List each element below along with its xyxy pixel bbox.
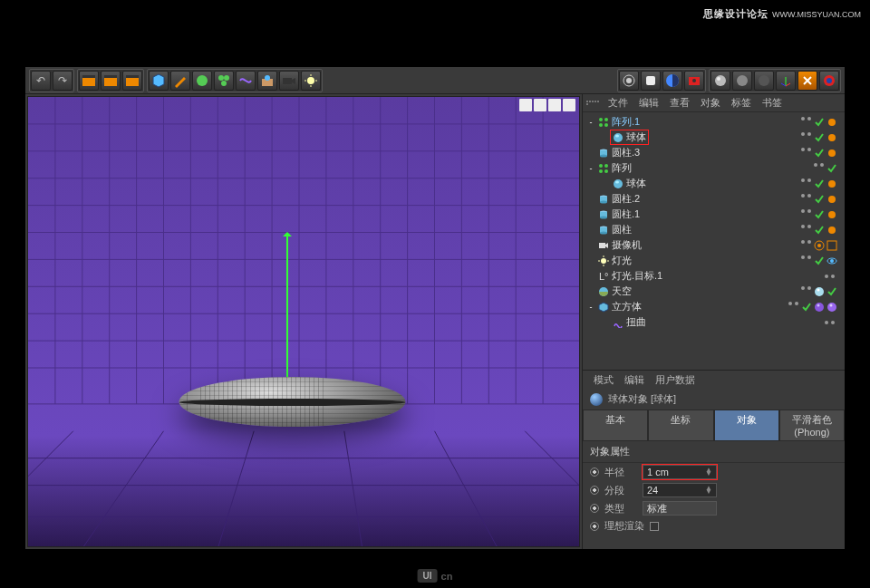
segments-field[interactable]: 24▲▼ [643, 483, 717, 497]
expand-toggle[interactable]: - [586, 303, 595, 312]
visibility-dots[interactable] [814, 163, 845, 174]
object-tree[interactable]: -阵列.1球体圆柱.3-阵列球体圆柱.2圆柱.1圆柱摄像机灯光L°灯光.目标.1… [583, 112, 845, 370]
material-1-button[interactable] [710, 71, 730, 91]
radio-icon[interactable] [590, 468, 599, 477]
tree-item-name[interactable]: 天空 [595, 284, 634, 298]
radio-icon[interactable] [590, 522, 599, 531]
tree-item-name[interactable]: 立方体 [595, 300, 644, 313]
render-picture-button[interactable] [684, 71, 704, 91]
vp-rotate-icon[interactable] [548, 99, 561, 111]
visibility-dots[interactable] [801, 225, 845, 236]
tree-item-name[interactable]: 圆柱 [595, 223, 634, 236]
attr-tab[interactable]: 对象 [714, 410, 779, 441]
attr-tab[interactable]: 基本 [583, 410, 648, 441]
svg-point-108 [815, 303, 824, 312]
visibility-dots[interactable] [801, 286, 845, 297]
radius-field[interactable]: 1 cm▲▼ [643, 465, 717, 479]
visibility-dots[interactable] [825, 321, 845, 324]
deformer-button[interactable] [236, 71, 256, 91]
vp-pan-icon[interactable] [519, 99, 532, 111]
tree-row[interactable]: 圆柱.1 [583, 207, 845, 222]
light-button[interactable] [301, 71, 321, 91]
tree-row[interactable]: -阵列 [583, 160, 845, 176]
render-active-button[interactable] [662, 71, 682, 91]
tree-row[interactable]: 扭曲 [583, 314, 845, 330]
material-3-button[interactable] [754, 71, 774, 91]
spinner-icon[interactable]: ▲▼ [705, 468, 712, 476]
tree-row[interactable]: 圆柱.2 [583, 191, 845, 207]
tree-item-name[interactable]: L°灯光.目标.1 [595, 269, 665, 283]
visibility-dots[interactable] [801, 148, 845, 159]
expand-toggle[interactable]: - [586, 164, 595, 173]
tree-item-name[interactable]: 阵列.1 [595, 115, 643, 129]
vp-layout-icon[interactable] [563, 99, 575, 111]
tree-row[interactable]: L°灯光.目标.1 [583, 268, 845, 284]
grip-icon[interactable] [586, 101, 599, 105]
type-select[interactable]: 标准 [643, 501, 717, 516]
vp-zoom-icon[interactable] [534, 99, 546, 111]
visibility-dots[interactable] [801, 178, 845, 189]
ufo-model[interactable] [179, 361, 406, 438]
visibility-dots[interactable] [801, 132, 845, 143]
tree-item-name[interactable]: 圆柱.1 [595, 207, 643, 221]
environment-button[interactable] [257, 71, 277, 91]
tree-item-name[interactable]: 圆柱.2 [595, 192, 643, 206]
spinner-icon[interactable]: ▲▼ [705, 487, 712, 494]
primitive-cube-button[interactable] [149, 71, 169, 91]
clapper-button-1[interactable] [79, 71, 99, 91]
om-menu-bookmarks[interactable]: 书签 [759, 94, 786, 111]
visibility-dots[interactable] [801, 209, 845, 220]
render-view-button[interactable] [619, 71, 639, 91]
radio-icon[interactable] [590, 504, 599, 513]
tree-row[interactable]: 圆柱 [583, 222, 845, 237]
render-region-button[interactable] [641, 71, 661, 91]
nurbs-button[interactable] [192, 71, 212, 91]
visibility-dots[interactable] [825, 275, 845, 278]
attr-menu-userdata[interactable]: 用户数据 [652, 371, 699, 389]
visibility-dots[interactable] [801, 255, 845, 266]
visibility-dots[interactable] [788, 302, 845, 313]
visibility-dots[interactable] [801, 240, 845, 251]
radio-icon[interactable] [590, 486, 599, 495]
tree-item-name[interactable]: 灯光 [595, 254, 634, 267]
visibility-dots[interactable] [801, 117, 845, 128]
tree-item-name[interactable]: 球体 [610, 177, 649, 190]
tree-item-name[interactable]: 圆柱.3 [595, 146, 643, 159]
tree-row[interactable]: 天空 [583, 284, 845, 299]
material-2-button[interactable] [732, 71, 752, 91]
om-menu-view[interactable]: 查看 [666, 94, 693, 111]
tree-row[interactable]: 摄像机 [583, 237, 845, 253]
array-button[interactable] [214, 71, 234, 91]
tree-item-name[interactable]: 摄像机 [595, 238, 644, 252]
ideal-checkbox[interactable] [650, 522, 659, 531]
snap-button[interactable] [798, 71, 817, 91]
camera-button[interactable] [279, 71, 299, 91]
attr-tab[interactable]: 平滑着色(Phong) [779, 410, 845, 441]
viewport[interactable] [27, 96, 580, 547]
clapper-button-2[interactable] [101, 71, 121, 91]
visibility-dots[interactable] [801, 194, 845, 205]
attr-menu-mode[interactable]: 模式 [590, 371, 617, 389]
tree-row[interactable]: 球体 [583, 130, 845, 145]
clapper-button-3[interactable] [122, 71, 142, 91]
magnet-button[interactable] [819, 71, 839, 91]
attr-tab[interactable]: 坐标 [648, 410, 713, 441]
tree-row[interactable]: 灯光 [583, 253, 845, 268]
tree-row[interactable]: 球体 [583, 176, 845, 191]
om-menu-object[interactable]: 对象 [697, 94, 724, 111]
attr-menu-edit[interactable]: 编辑 [621, 371, 648, 389]
tree-row[interactable]: -立方体 [583, 299, 845, 314]
tree-row[interactable]: -阵列.1 [583, 114, 845, 130]
tree-item-name[interactable]: 球体 [610, 130, 649, 145]
axis-button[interactable] [776, 71, 796, 91]
redo-button[interactable]: ↷ [53, 71, 72, 91]
tree-row[interactable]: 圆柱.3 [583, 145, 845, 160]
spline-pen-button[interactable] [170, 71, 190, 91]
undo-button[interactable]: ↶ [31, 71, 51, 91]
tree-item-name[interactable]: 阵列 [595, 161, 634, 175]
tree-item-name[interactable]: 扭曲 [610, 315, 649, 329]
om-menu-file[interactable]: 文件 [604, 94, 632, 111]
om-menu-tags[interactable]: 标签 [728, 94, 755, 111]
expand-toggle[interactable]: - [586, 118, 595, 127]
om-menu-edit[interactable]: 编辑 [635, 94, 662, 111]
